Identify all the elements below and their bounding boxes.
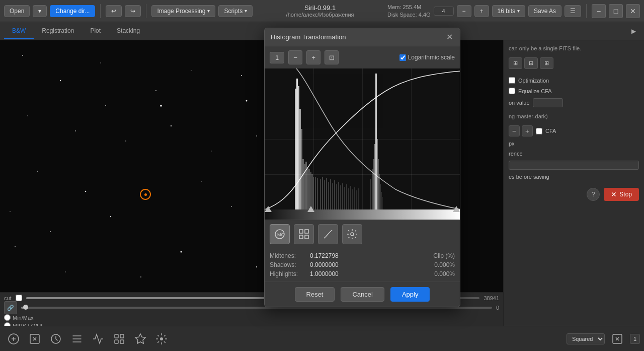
- rence-row: rence: [509, 151, 639, 157]
- svg-rect-63: [336, 184, 337, 209]
- tab-bw[interactable]: B&W: [4, 23, 34, 39]
- saturation-prefix: on value: [509, 100, 530, 106]
- svg-rect-73: [356, 190, 357, 209]
- fit-icon[interactable]: [608, 329, 627, 348]
- minus-channel[interactable]: −: [457, 5, 471, 17]
- panel-hint: can only be a single FITS file.: [509, 45, 639, 51]
- bottom-icon-1[interactable]: [4, 329, 23, 348]
- undo-button[interactable]: ↩: [106, 5, 122, 17]
- hist-handle-right[interactable]: [453, 206, 460, 212]
- image-processing-button[interactable]: Image Processing: [151, 5, 215, 17]
- cfa-checkbox[interactable]: [536, 128, 542, 134]
- tab-stacking[interactable]: Stacking: [109, 23, 148, 39]
- equalize-cfa-checkbox[interactable]: [509, 88, 515, 94]
- bottom-right-controls: Squared 1: [567, 329, 640, 348]
- link-value: 0: [496, 305, 499, 311]
- bottom-icon-2[interactable]: [25, 329, 44, 348]
- modal-controls-row: 1 − + ⊡ Logarithmic scale: [265, 46, 460, 68]
- bottom-icon-5[interactable]: [89, 329, 108, 348]
- log-scale-text: Logarithmic scale: [408, 54, 455, 61]
- menu-button[interactable]: ☰: [565, 5, 581, 17]
- svg-rect-64: [338, 182, 339, 209]
- maximize-button[interactable]: □: [609, 4, 623, 18]
- dropdown-arrow-open[interactable]: ▾: [33, 5, 47, 17]
- optimization-label[interactable]: Optimization: [518, 78, 549, 84]
- tool-mc-btn[interactable]: MC: [270, 224, 290, 244]
- global-bottom-bar: Squared 1: [0, 326, 644, 351]
- stop-button[interactable]: ✕ Stop: [604, 188, 639, 201]
- modal-minus-btn[interactable]: −: [288, 50, 302, 64]
- sep2: [146, 4, 146, 18]
- disk-label: Disk Space: 4.4G: [387, 11, 431, 18]
- bottom-icon-4[interactable]: [67, 329, 87, 348]
- channel-input[interactable]: [434, 7, 454, 16]
- radio-minmax-input[interactable]: [4, 314, 11, 321]
- reset-button[interactable]: Reset: [295, 287, 335, 302]
- radio-minmax[interactable]: Min/Max: [4, 314, 42, 321]
- open-button[interactable]: Open: [4, 5, 30, 17]
- tab-plot[interactable]: Plot: [82, 23, 109, 39]
- bottom-icon-3[interactable]: [46, 329, 65, 348]
- link-slider-thumb[interactable]: [23, 305, 28, 310]
- cfa-row: − + CFA: [509, 125, 639, 136]
- panel-icon-btn-3[interactable]: ⊞: [540, 57, 553, 69]
- cfa-minus[interactable]: −: [509, 125, 520, 136]
- minimize-button[interactable]: −: [592, 4, 606, 18]
- svg-text:MC: MC: [277, 232, 284, 237]
- shadows-value: 0.0000000: [310, 261, 434, 268]
- save-as-button[interactable]: Save As: [528, 5, 561, 17]
- link-icon[interactable]: 🔗: [4, 301, 17, 314]
- stop-x-icon: ✕: [611, 190, 617, 198]
- apply-button[interactable]: Apply: [390, 287, 430, 302]
- rence-input[interactable]: [509, 161, 639, 170]
- bits-button[interactable]: 16 bits: [492, 5, 525, 17]
- svg-point-28: [241, 75, 242, 76]
- highlights-label: Highlights:: [270, 270, 310, 277]
- cfa-label[interactable]: CFA: [545, 128, 556, 134]
- modal-plus-btn[interactable]: +: [306, 50, 320, 64]
- bottom-icon-8[interactable]: [152, 329, 171, 348]
- tool-gear-btn[interactable]: [342, 224, 362, 244]
- help-button[interactable]: ?: [587, 188, 600, 201]
- hist-handle-mid[interactable]: [307, 206, 314, 212]
- panel-icon-btn-1[interactable]: ⊞: [509, 57, 522, 69]
- squared-select[interactable]: Squared: [567, 333, 605, 344]
- svg-point-21: [65, 271, 66, 272]
- svg-rect-72: [354, 187, 355, 209]
- scripts-button[interactable]: Scripts: [218, 5, 253, 17]
- optimization-checkbox[interactable]: [509, 77, 515, 84]
- svg-rect-61: [332, 183, 333, 209]
- modal-close-button[interactable]: ✕: [445, 32, 454, 42]
- modal-footer: Reset Cancel Apply: [265, 282, 460, 307]
- change-dir-button[interactable]: Change dir...: [50, 5, 95, 17]
- tab-registration[interactable]: Registration: [34, 23, 82, 39]
- histogram-modal[interactable]: Histogram Transformation ✕ 1 − + ⊡ Logar…: [264, 28, 460, 307]
- log-scale-label[interactable]: Logarithmic scale: [399, 54, 455, 61]
- redo-button[interactable]: ↪: [125, 5, 141, 17]
- svg-rect-62: [334, 180, 335, 209]
- optimization-row: Optimization: [509, 77, 639, 84]
- svg-rect-89: [305, 230, 308, 233]
- svg-point-29: [10, 211, 11, 212]
- svg-rect-34: [115, 334, 118, 338]
- close-button[interactable]: ✕: [626, 4, 640, 18]
- stop-label: Stop: [619, 191, 632, 198]
- cut-checkbox[interactable]: [16, 295, 22, 301]
- action-btns-row: ? ✕ Stop: [509, 188, 639, 201]
- cancel-button[interactable]: Cancel: [341, 287, 384, 302]
- cfa-plus[interactable]: +: [522, 125, 533, 136]
- sep-win: [586, 4, 587, 18]
- tabs-more-arrow[interactable]: ▶: [627, 26, 640, 37]
- saturation-input[interactable]: 5000: [533, 98, 563, 107]
- tool-grid-btn[interactable]: [294, 224, 314, 244]
- log-scale-checkbox[interactable]: [399, 54, 406, 61]
- panel-icon-btn-2[interactable]: ⊞: [524, 57, 538, 69]
- modal-reset-icon-btn[interactable]: ⊡: [325, 50, 339, 64]
- hist-handle-left[interactable]: [265, 206, 272, 212]
- plus-channel[interactable]: +: [474, 5, 489, 17]
- equalize-cfa-label[interactable]: Equalize CFA: [518, 88, 552, 94]
- bottom-icon-7[interactable]: [131, 329, 150, 348]
- bottom-icon-6[interactable]: [110, 329, 129, 348]
- clip-label: Clip (%): [433, 252, 455, 259]
- tool-curve-btn[interactable]: [318, 224, 338, 244]
